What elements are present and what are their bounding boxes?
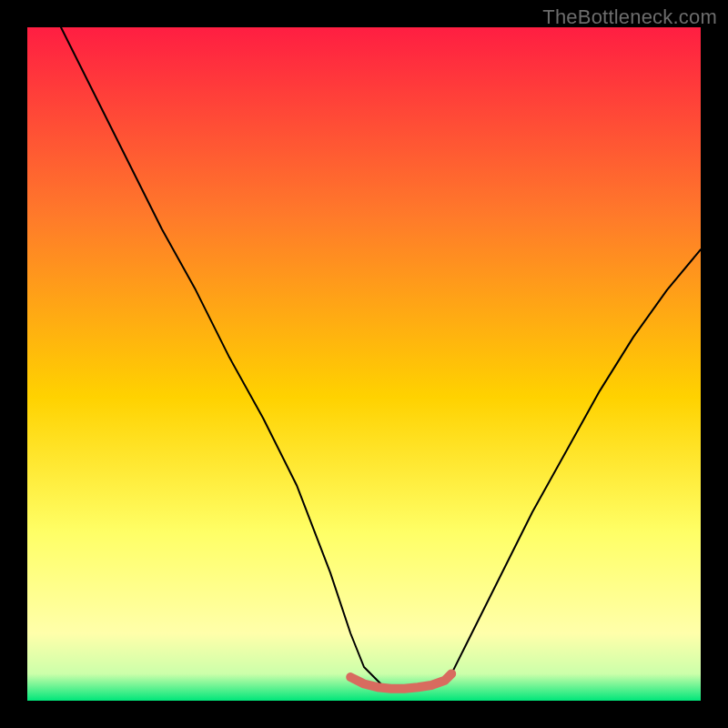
plot-area [27,27,701,701]
watermark-text: TheBottleneck.com [542,5,717,29]
chart-stage: TheBottleneck.com [0,0,728,728]
gradient-background [27,27,701,701]
chart-svg [27,27,701,701]
